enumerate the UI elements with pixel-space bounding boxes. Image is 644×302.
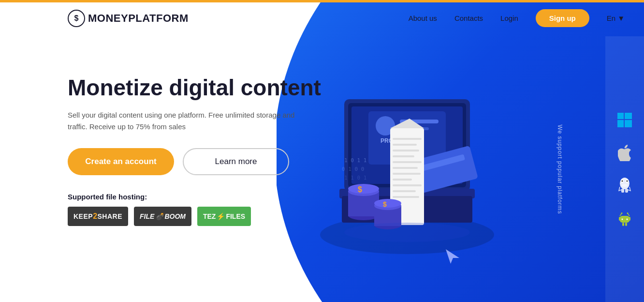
svg-rect-21 xyxy=(393,179,412,181)
svg-rect-54 xyxy=(629,217,630,221)
svg-text:1 1 0 1: 1 1 0 1 xyxy=(344,175,366,181)
main-nav: About us Contacts Login Sign up En ▼ xyxy=(409,9,625,27)
svg-rect-22 xyxy=(393,184,422,186)
apple-platform-icon xyxy=(615,144,634,162)
top-accent-bar xyxy=(0,0,644,2)
linux-platform-icon xyxy=(615,177,634,195)
svg-rect-18 xyxy=(393,161,422,163)
hosting-label: Supported file hosting: xyxy=(68,193,321,201)
language-selector[interactable]: En ▼ xyxy=(607,14,625,22)
svg-rect-19 xyxy=(393,167,418,169)
chevron-down-icon: ▼ xyxy=(617,14,625,22)
side-panel: We support popular platforms xyxy=(605,36,644,302)
svg-marker-35 xyxy=(446,249,459,264)
cta-buttons: Create an account Learn more xyxy=(68,148,321,175)
create-account-button[interactable]: Create an account xyxy=(68,148,174,175)
svg-rect-14 xyxy=(393,138,422,140)
svg-point-48 xyxy=(627,181,628,182)
svg-rect-41 xyxy=(625,113,632,119)
nav-contacts[interactable]: Contacts xyxy=(454,14,483,22)
svg-rect-42 xyxy=(617,120,624,127)
svg-rect-57 xyxy=(622,223,624,226)
hosting-logos: KEEP2SHARE FILE💣BOOM TEZ⚡FILES xyxy=(68,207,321,226)
svg-rect-16 xyxy=(393,150,419,151)
logo-icon: $ xyxy=(68,10,85,27)
svg-point-47 xyxy=(622,181,623,182)
svg-rect-15 xyxy=(393,144,417,146)
windows-platform-icon xyxy=(615,111,634,129)
nav-login[interactable]: Login xyxy=(500,14,518,22)
svg-text:1 0 1 1: 1 0 1 1 xyxy=(344,157,366,164)
side-panel-label: We support popular platforms xyxy=(556,124,563,214)
svg-rect-52 xyxy=(620,216,629,223)
svg-rect-23 xyxy=(393,190,416,192)
main-content: Monetize digital content Sell your digit… xyxy=(0,36,644,302)
svg-point-28 xyxy=(348,184,379,194)
hero-title: Monetize digital content xyxy=(68,75,321,101)
keep2share-number: 2 xyxy=(93,212,97,221)
logo-text: MONEYPLATFORM xyxy=(88,12,189,25)
keep2share-badge: KEEP2SHARE xyxy=(68,207,128,226)
svg-point-55 xyxy=(622,219,623,220)
android-platform-icon xyxy=(615,210,634,228)
svg-rect-53 xyxy=(619,217,621,221)
signup-button[interactable]: Sign up xyxy=(536,9,589,27)
svg-text:$: $ xyxy=(383,200,387,208)
svg-text:0 1 0 0: 0 1 0 0 xyxy=(342,166,364,172)
logo[interactable]: $ MONEYPLATFORM xyxy=(68,10,189,27)
svg-rect-20 xyxy=(393,173,421,175)
svg-rect-40 xyxy=(617,113,624,119)
header: $ MONEYPLATFORM About us Contacts Login … xyxy=(0,0,644,36)
learn-more-button[interactable]: Learn more xyxy=(183,148,289,175)
svg-rect-50 xyxy=(621,189,624,193)
svg-point-33 xyxy=(374,199,401,208)
fileboom-badge: FILE💣BOOM xyxy=(134,207,191,226)
hosting-section: Supported file hosting: KEEP2SHARE FILE💣… xyxy=(68,193,321,226)
svg-rect-24 xyxy=(393,196,419,198)
svg-point-62 xyxy=(627,212,629,214)
svg-point-61 xyxy=(621,212,623,214)
nav-about[interactable]: About us xyxy=(409,14,437,22)
svg-point-44 xyxy=(620,178,629,189)
svg-rect-43 xyxy=(625,120,632,127)
svg-rect-51 xyxy=(625,189,628,193)
hero-section: Monetize digital content Sell your digit… xyxy=(68,75,321,226)
tezfiles-badge: TEZ⚡FILES xyxy=(197,207,251,226)
svg-text:$: $ xyxy=(358,185,362,194)
svg-rect-58 xyxy=(625,223,627,226)
svg-point-49 xyxy=(622,184,628,187)
svg-rect-17 xyxy=(393,155,414,157)
hero-illustration: PROFILE $ xyxy=(306,41,509,273)
svg-point-39 xyxy=(344,223,470,242)
svg-point-56 xyxy=(627,219,628,220)
hero-subtitle: Sell your digital content using one plat… xyxy=(68,109,300,133)
